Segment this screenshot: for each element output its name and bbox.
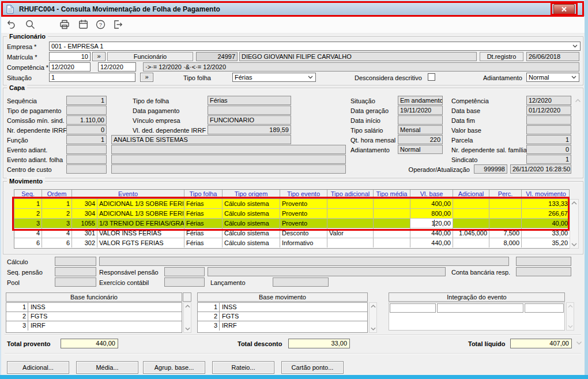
table-row[interactable]: 66302VALOR FGTS FERIASFériasCálculo sist… — [14, 238, 570, 248]
table-row[interactable]: 44301VALOR INSS FERIASFériasCálculo sist… — [14, 228, 570, 238]
capa-evento-adiant-folha-desc-field — [111, 155, 346, 164]
button-cartão-ponto[interactable]: Cartão ponto... — [281, 361, 344, 374]
cell-vl_base: 400,00 — [410, 199, 453, 208]
base-movimento-header[interactable]: Base movimento — [197, 292, 368, 302]
competencia-range-field: ·>·= 12/2020 ·&·<·= 12/2020 — [143, 62, 579, 72]
titlebar: RHUFC004 - Consulta Movimentação de Folh… — [1, 2, 585, 16]
tipo-folha-select[interactable]: Férias — [232, 73, 316, 82]
window-title: RHUFC004 - Consulta Movimentação de Folh… — [19, 5, 220, 13]
column-header-8[interactable]: Tipo média — [374, 190, 410, 198]
cell-vl_base: 440,00 — [410, 228, 453, 238]
cell-evento: ADICIONAL 1/3 SOBRE FERIAS — [97, 199, 184, 208]
close-button[interactable] — [553, 4, 575, 14]
competencia-from-input[interactable]: 12/2020 — [49, 62, 91, 72]
column-header-2[interactable]: Ordem — [42, 190, 72, 198]
button-média[interactable]: Média... — [76, 361, 138, 374]
cell-adicional — [453, 238, 489, 247]
cell-codigo: 304 — [72, 199, 97, 208]
help-icon[interactable]: ? — [92, 17, 108, 32]
integracao-evento-header[interactable]: Integração do evento — [389, 292, 565, 302]
capa-funcao-field: 1 — [66, 135, 107, 144]
column-header-1[interactable]: Seq. — [14, 190, 42, 198]
funcionario-name-field: DIEGO GIOVANNI FILIPE CARVALHO — [239, 52, 477, 61]
cell-tipo_adicional — [327, 219, 374, 228]
list-item[interactable]: 2FGTS — [6, 312, 182, 321]
column-header-12[interactable]: Vl. movimento — [522, 190, 570, 198]
situacao-lookup-button[interactable]: » — [140, 73, 153, 82]
scroll-up-icon — [371, 305, 376, 308]
list-item[interactable]: 2FGTS — [198, 312, 367, 321]
base-funcionario-scrollbar[interactable] — [183, 302, 191, 333]
dt-registro-label-box: Dt.registro — [480, 52, 523, 61]
list-item[interactable]: 1INSS — [198, 303, 367, 312]
capa-valor-base-field — [526, 125, 571, 134]
exercicio-contabil-label: Exercício contábil — [99, 279, 149, 287]
capa-adiantamento-label: Adiantamento — [350, 146, 390, 154]
capa-tipo-de-folha-label: Tipo de folha — [133, 97, 169, 105]
scroll-down-icon — [571, 243, 577, 246]
capa-nr-dep-irrf-field: 0 — [66, 125, 107, 134]
capa-vl-ded-irrf-field: 189,59 — [208, 125, 291, 134]
empresa-select[interactable]: 001 - EMPRESA 1 — [49, 42, 581, 51]
calendar-icon[interactable] — [75, 17, 91, 32]
capa-sindicato-label: Sindicato — [451, 156, 477, 164]
capa-parcela-label: Parcela — [451, 136, 473, 144]
cell-perc: 8,000 — [489, 238, 522, 247]
search-icon[interactable] — [22, 17, 38, 32]
situacao-input[interactable]: 1 — [49, 73, 135, 82]
list-item[interactable]: 1INSS — [6, 303, 182, 312]
total-provento-field: 440,00 — [61, 339, 118, 348]
desconsidera-label: Desconsidera descritivo — [355, 74, 422, 82]
cell-perc — [489, 219, 522, 228]
document-icon — [6, 5, 14, 14]
exit-icon[interactable] — [110, 17, 126, 32]
movimento-scrollbar[interactable] — [570, 199, 579, 249]
integracao-cell-3 — [525, 303, 564, 313]
table-row[interactable]: 3310551/3 TRENIO DE FERIAS/GRATIFICACFér… — [14, 219, 570, 228]
table-row[interactable]: 11304ADICIONAL 1/3 SOBRE FERIASFériasCál… — [14, 199, 570, 209]
competencia-label: Competência * — [7, 63, 48, 72]
cell-tipo_evento: Provento — [280, 209, 327, 218]
scroll-up-icon[interactable] — [575, 97, 581, 104]
button-adicional[interactable]: Adicional... — [7, 361, 69, 374]
capa-evento-adiant-folha-label: Evento adiant. folha — [7, 156, 63, 164]
lancamento-field — [273, 277, 329, 287]
column-header-11[interactable]: Perc. — [489, 190, 522, 198]
matricula-input[interactable]: 10 — [49, 52, 91, 61]
competencia-to-input[interactable]: 12/2020 — [98, 62, 136, 72]
column-header-4[interactable]: Tipo folha — [184, 190, 223, 198]
base-funcionario-header[interactable]: Base funcionário — [6, 292, 182, 302]
list-item[interactable]: 3IRRF — [198, 321, 367, 331]
capa-vl-ded-irrf-label: Vl. ded. dependente IRRF — [133, 126, 206, 134]
undo-icon[interactable] — [3, 17, 20, 32]
base-movimento-scrollbar[interactable] — [369, 302, 377, 333]
matricula-lookup-button[interactable]: » — [92, 52, 105, 61]
close-icon — [561, 6, 567, 12]
calculo-desc-field — [99, 257, 509, 266]
adiantamento-label: Adiantamento — [483, 74, 522, 82]
toolbar: ? — [1, 16, 585, 33]
column-header-5[interactable]: Tipo origem — [223, 190, 280, 198]
scroll-down-icon[interactable] — [576, 339, 582, 346]
column-header-7[interactable]: Tipo adicional — [327, 190, 374, 198]
scroll-down-icon — [371, 327, 376, 331]
adiantamento-select[interactable]: Normal — [526, 73, 579, 82]
column-header-10[interactable]: Adicional — [453, 190, 489, 198]
list-item[interactable]: 3IRRF — [6, 321, 182, 331]
cell-tipo_origem: Cálculo sistema — [223, 209, 280, 218]
cell-tipo_media — [374, 219, 410, 228]
cell-perc — [489, 199, 522, 208]
print-icon[interactable] — [56, 17, 73, 32]
column-header-3[interactable]: Evento — [72, 190, 184, 198]
column-header-9[interactable]: Vl. base — [410, 190, 453, 198]
cell-seq: 1 — [14, 199, 42, 208]
seq-pensao-label: Seq. pensão — [7, 268, 43, 276]
button-agrup-base[interactable]: Agrup. base... — [143, 361, 205, 374]
desconsidera-checkbox[interactable] — [428, 73, 435, 81]
column-header-6[interactable]: Tipo evento — [280, 190, 327, 198]
table-row[interactable]: 22304ADICIONAL 1/3 SOBRE FERIASFériasCál… — [14, 209, 570, 219]
total-desconto-field: 33,00 — [288, 339, 350, 348]
button-rateio[interactable]: Rateio... — [212, 361, 274, 374]
scroll-down-icon — [568, 325, 573, 328]
scroll-down-icon — [185, 327, 190, 331]
